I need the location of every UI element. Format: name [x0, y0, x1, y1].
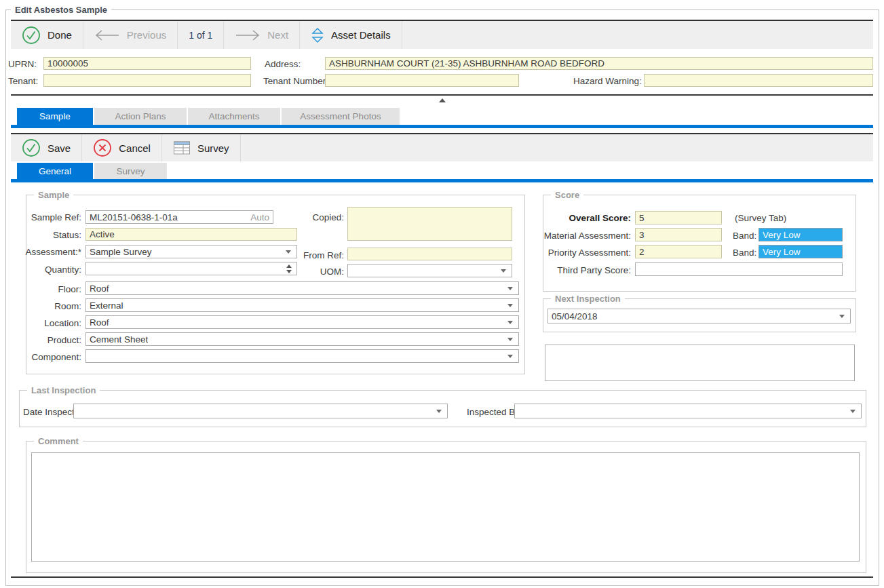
subtab-general[interactable]: General	[17, 163, 93, 179]
copied-label: Copied:	[292, 212, 344, 222]
sample-ref-label: Sample Ref:	[20, 212, 81, 222]
floor-combobox[interactable]: Roof	[85, 281, 519, 295]
inspected-by-combobox[interactable]	[514, 404, 862, 418]
bottom-panel-divider	[11, 576, 873, 578]
record-pager: 1 of 1	[178, 21, 224, 49]
material-band-field: Very Low	[758, 228, 843, 241]
component-combobox[interactable]	[85, 349, 519, 363]
save-button[interactable]: Save	[11, 134, 82, 161]
score-group-title: Score	[551, 190, 583, 200]
hazard-warning-label: Hazard Warning:	[573, 76, 642, 86]
room-combobox[interactable]: External	[85, 298, 519, 312]
asset-details-chevrons-icon	[311, 26, 324, 44]
uprn-field[interactable]: 10000005	[43, 57, 251, 70]
subtab-survey[interactable]: Survey	[94, 163, 167, 179]
product-combobox[interactable]: Cement Sheet	[85, 332, 519, 346]
chevron-down-icon	[850, 410, 856, 413]
comment-group-title: Comment	[34, 436, 83, 446]
survey-table-icon	[173, 140, 191, 155]
location-value: Roof	[90, 317, 109, 328]
uprn-label: UPRN:	[8, 59, 37, 69]
chevron-down-icon	[507, 355, 513, 358]
done-label: Done	[47, 29, 72, 41]
third-party-score-label: Third Party Score:	[495, 265, 631, 275]
uom-combobox[interactable]	[347, 264, 512, 277]
address-field[interactable]: ASHBURNHAM COURT (21-35) ASHBURNHAM ROAD…	[325, 57, 873, 70]
next-label: Next	[267, 29, 288, 41]
done-button[interactable]: Done	[11, 21, 83, 49]
tab-action-plans[interactable]: Action Plans	[94, 108, 187, 125]
save-check-icon	[22, 138, 41, 157]
quantity-label: Quantity:	[20, 264, 81, 275]
address-label: Address:	[265, 59, 301, 69]
floor-value: Roof	[90, 283, 109, 294]
from-ref-label: From Ref:	[292, 250, 344, 260]
next-inspection-date-combobox[interactable]: 05/04/2018	[547, 309, 851, 324]
survey-button[interactable]: Survey	[162, 134, 241, 161]
collapse-panel-grip[interactable]	[434, 96, 450, 104]
product-label: Product:	[20, 335, 81, 345]
chevron-down-icon	[286, 250, 291, 254]
collapse-up-icon	[439, 98, 446, 102]
tenant-number-field[interactable]	[325, 74, 519, 87]
assessment-label: Assessment:*	[14, 247, 81, 257]
material-assessment-label: Material Assessment:	[495, 231, 631, 241]
from-ref-field[interactable]	[347, 248, 512, 260]
date-inspected-combobox[interactable]	[73, 404, 448, 418]
next-inspection-group-title: Next Inspection	[551, 294, 625, 304]
pager-label: 1 of 1	[189, 30, 212, 41]
material-assessment-field[interactable]: 3	[635, 228, 722, 241]
tab-accent-bar	[11, 125, 873, 128]
assessment-combobox[interactable]: Sample Survey	[85, 245, 297, 258]
uom-label: UOM:	[292, 267, 344, 277]
survey-tab-note: (Survey Tab)	[735, 213, 786, 223]
location-label: Location:	[20, 318, 81, 328]
score-notes-box[interactable]	[545, 345, 855, 381]
cancel-button[interactable]: Cancel	[82, 134, 162, 161]
copied-field[interactable]	[347, 207, 512, 241]
tab-sample[interactable]: Sample	[17, 108, 93, 125]
quantity-stepper[interactable]	[85, 262, 297, 275]
sample-ref-auto-label: Auto	[250, 212, 269, 222]
quantity-spinner	[286, 264, 292, 273]
previous-label: Previous	[127, 29, 166, 41]
location-combobox[interactable]: Roof	[85, 315, 519, 329]
next-inspection-date-value: 05/04/2018	[552, 311, 598, 321]
subtab-accent-bar	[11, 179, 873, 182]
next-button[interactable]: Next	[224, 21, 300, 49]
product-value: Cement Sheet	[90, 334, 148, 345]
score-groupbox	[543, 195, 856, 292]
arrow-left-icon	[94, 28, 120, 42]
chevron-down-icon	[507, 287, 513, 290]
save-label: Save	[47, 142, 71, 154]
sample-ref-field[interactable]: ML20151-0638-1-01a Auto	[85, 210, 273, 224]
comment-textarea[interactable]	[31, 452, 860, 562]
room-label: Room:	[20, 301, 81, 311]
edit-asbestos-sample-window: Edit Asbestos Sample Done Previous 1 of …	[0, 0, 884, 588]
record-toolbar: Done Previous 1 of 1 Next Asset Details	[11, 20, 873, 49]
overall-score-label: Overall Score:	[495, 213, 631, 223]
spinner-up-icon[interactable]	[286, 264, 292, 268]
hazard-warning-field[interactable]	[644, 74, 873, 87]
status-label: Status:	[20, 230, 81, 240]
priority-assessment-field[interactable]: 2	[635, 245, 722, 258]
chevron-down-icon	[507, 304, 513, 307]
tenant-field[interactable]	[43, 74, 251, 87]
chevron-down-icon	[507, 338, 513, 341]
status-field[interactable]: Active	[85, 228, 297, 241]
tenant-label: Tenant:	[8, 76, 38, 86]
material-band-label: Band:	[733, 231, 756, 241]
priority-band-label: Band:	[733, 248, 756, 258]
overall-score-field[interactable]: 5	[635, 211, 722, 224]
floor-label: Floor:	[20, 284, 81, 294]
previous-button[interactable]: Previous	[83, 21, 178, 49]
third-party-score-field[interactable]	[635, 262, 843, 276]
tab-assessment-photos[interactable]: Assessment Photos	[282, 108, 400, 125]
tab-attachments[interactable]: Attachments	[188, 108, 280, 125]
priority-band-field: Very Low	[758, 245, 843, 258]
spinner-down-icon[interactable]	[286, 270, 292, 273]
asset-details-button[interactable]: Asset Details	[300, 21, 402, 49]
tenant-number-label: Tenant Number:	[263, 76, 328, 86]
component-label: Component:	[20, 352, 81, 362]
survey-label: Survey	[197, 142, 229, 154]
